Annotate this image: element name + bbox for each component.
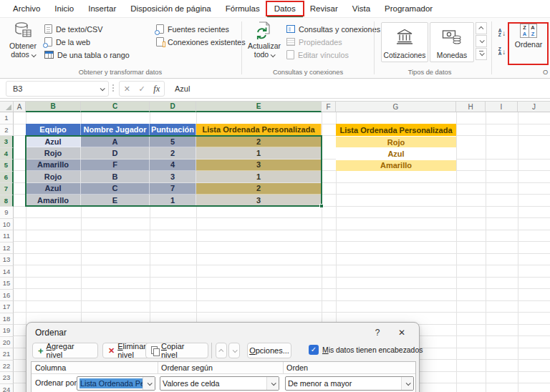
name-box[interactable]: B3 — [6, 81, 109, 97]
insert-function-icon[interactable]: fx — [153, 84, 160, 94]
row-header-24[interactable]: 24 — [0, 384, 14, 392]
sort-za-button[interactable]: ZA ↓ — [495, 44, 509, 59]
row-header-15[interactable]: 15 — [0, 278, 14, 290]
tab-inicio[interactable]: Inicio — [47, 0, 81, 17]
cell[interactable]: A — [81, 136, 150, 147]
help-icon[interactable]: ? — [372, 328, 383, 338]
row-header-21[interactable]: 21 — [0, 348, 14, 361]
cell[interactable]: Azul — [26, 183, 81, 195]
row-header-8[interactable]: 8 — [0, 195, 14, 207]
stocks-tile[interactable]: Cotizaciones — [381, 22, 428, 62]
close-icon[interactable]: ✕ — [396, 328, 407, 338]
cell[interactable]: 3 — [196, 195, 322, 206]
header-cell[interactable]: Equipo — [26, 124, 81, 136]
cell[interactable]: 3 — [196, 160, 322, 171]
row-header-22[interactable]: 22 — [0, 361, 14, 373]
cell[interactable]: 2 — [196, 136, 322, 147]
refresh-all-button[interactable]: Actualizartodo — [246, 21, 282, 59]
row-header-17[interactable]: 17 — [0, 301, 14, 313]
gallery-scroll-up-button[interactable] — [476, 22, 487, 34]
custom-list-header[interactable]: Lista Ordenada Personalizada — [336, 124, 456, 136]
row-header-13[interactable]: 13 — [0, 254, 14, 266]
tab-revisar[interactable]: Revisar — [303, 0, 345, 17]
cell[interactable]: 1 — [196, 147, 322, 159]
headers-checkbox-label[interactable]: Mis datos tienen encabezados — [322, 346, 423, 354]
order-combo[interactable]: De menor a mayor — [285, 376, 414, 391]
get-data-button[interactable]: Obtenerdatos — [6, 21, 40, 59]
col-header-i[interactable]: I — [486, 101, 518, 112]
cell[interactable]: F — [81, 160, 150, 171]
cell[interactable]: Azul — [336, 147, 456, 159]
cancel-entry-icon[interactable]: ✕ — [124, 84, 130, 94]
header-cell[interactable]: Nombre Jugador — [81, 124, 150, 136]
add-level-button[interactable]: + Agregar nivel — [32, 343, 98, 358]
cell-b3-active[interactable]: Azul — [26, 136, 81, 147]
column-combo[interactable]: Lista Ordenada Personalizada — [77, 376, 155, 391]
ribbon-item-de-tabla-rango[interactable]: De una tabla o rango — [44, 49, 130, 61]
cell[interactable]: 1 — [196, 171, 322, 182]
cell[interactable]: Amarillo — [26, 160, 81, 171]
formula-input[interactable]: Azul — [169, 81, 547, 97]
cell[interactable]: 7 — [150, 183, 196, 195]
col-header-f[interactable]: F — [322, 101, 336, 112]
headers-checkbox[interactable]: ✓ — [309, 345, 319, 355]
enter-entry-icon[interactable]: ✓ — [138, 84, 145, 94]
row-header-20[interactable]: 20 — [0, 337, 14, 349]
row-header-6[interactable]: 6 — [0, 172, 14, 184]
row-header-19[interactable]: 19 — [0, 325, 14, 337]
gallery-more-button[interactable] — [476, 48, 487, 60]
cell[interactable]: 5 — [150, 136, 196, 147]
options-button[interactable]: Opciones... — [247, 343, 291, 358]
row-header-23[interactable]: 23 — [0, 372, 14, 384]
select-all-corner[interactable] — [0, 101, 14, 112]
ribbon-item-de-texto-csv[interactable]: De texto/CSV — [44, 23, 102, 35]
move-up-button[interactable] — [216, 343, 227, 358]
tab-archivo[interactable]: Archivo — [6, 0, 47, 17]
row-header-12[interactable]: 12 — [0, 242, 14, 255]
row-header-2[interactable]: 2 — [0, 124, 14, 137]
cell[interactable]: Rojo — [26, 147, 81, 159]
cell[interactable]: 2 — [196, 183, 322, 195]
sort-az-button[interactable]: AZ ↓ — [495, 25, 509, 41]
col-header-h[interactable]: H — [456, 101, 486, 112]
sort-on-combo[interactable]: Valores de celda — [160, 376, 279, 391]
row-header-10[interactable]: 10 — [0, 219, 14, 231]
currencies-tile[interactable]: Monedas — [430, 22, 474, 62]
cell[interactable]: 3 — [150, 171, 196, 182]
row-header-1[interactable]: 1 — [0, 112, 14, 124]
row-header-7[interactable]: 7 — [0, 183, 14, 195]
gallery-scroll-down-button[interactable] — [476, 35, 487, 47]
cell[interactable]: 4 — [150, 160, 196, 171]
move-down-button[interactable] — [228, 343, 240, 358]
cell[interactable]: D — [81, 147, 150, 159]
cell[interactable]: 2 — [150, 147, 196, 159]
cell[interactable]: B — [81, 171, 150, 182]
row-header-11[interactable]: 11 — [0, 230, 14, 242]
ribbon-item-de-la-web[interactable]: De la web — [44, 36, 90, 48]
row-header-9[interactable]: 9 — [0, 207, 14, 219]
header-cell[interactable]: Puntuación — [150, 124, 196, 136]
ribbon-item-conexiones-existentes[interactable]: Conexiones existentes — [156, 36, 246, 48]
row-header-3[interactable]: 3 — [0, 136, 14, 148]
combo-dropdown-button[interactable] — [401, 377, 413, 390]
col-header-c[interactable]: C — [81, 101, 150, 112]
combo-dropdown-button[interactable] — [266, 377, 279, 390]
col-header-e[interactable]: E — [196, 101, 322, 112]
row-header-5[interactable]: 5 — [0, 160, 14, 172]
ribbon-item-fuentes-recientes[interactable]: Fuentes recientes — [156, 23, 229, 35]
cell[interactable]: E — [81, 195, 150, 206]
col-header-j[interactable]: J — [518, 101, 550, 112]
row-header-16[interactable]: 16 — [0, 290, 14, 302]
tab-programador[interactable]: Programador — [377, 0, 440, 17]
ribbon-item-consultas-conexiones[interactable]: Consultas y conexiones — [286, 23, 380, 35]
row-header-4[interactable]: 4 — [0, 148, 14, 160]
header-cell[interactable]: Lista Ordenada Personalizada — [196, 124, 322, 136]
cell[interactable]: Rojo — [336, 136, 456, 147]
cell[interactable]: Rojo — [26, 171, 81, 182]
tab-datos[interactable]: Datos — [267, 0, 303, 17]
cell[interactable]: Amarillo — [336, 160, 456, 171]
col-header-a[interactable]: A — [14, 101, 26, 112]
tab-insertar[interactable]: Insertar — [81, 0, 123, 17]
cell[interactable]: C — [81, 183, 150, 195]
cell[interactable]: Amarillo — [26, 195, 81, 206]
